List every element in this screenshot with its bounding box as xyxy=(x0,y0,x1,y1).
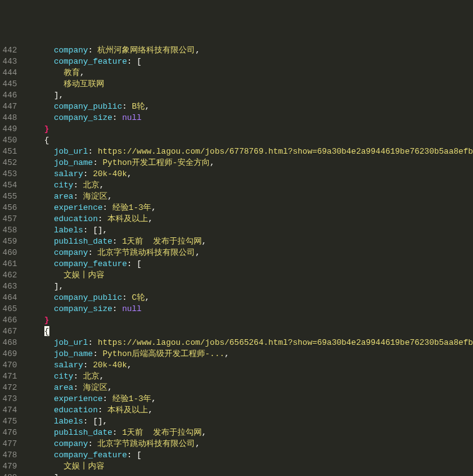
token-punct: : xyxy=(88,147,98,156)
code-line[interactable]: job_name: Python开发工程师-安全方向, xyxy=(24,157,473,169)
token-punct: : xyxy=(93,349,103,359)
token-punct: : xyxy=(88,439,98,449)
token-punct: : [], xyxy=(83,226,107,235)
code-line[interactable]: ], xyxy=(24,472,473,476)
token-str: 1天前 发布于拉勾网 xyxy=(122,428,201,437)
code-line[interactable]: } xyxy=(24,124,473,135)
token-punct: : xyxy=(97,214,107,224)
code-line[interactable]: area: 海淀区, xyxy=(24,191,473,202)
token-punct: : xyxy=(102,203,112,212)
token-key: labels xyxy=(54,417,83,426)
token-punct: : xyxy=(73,383,83,392)
code-line[interactable]: company: 北京字节跳动科技有限公司, xyxy=(24,247,473,259)
token-key: salary xyxy=(54,169,83,179)
line-number: 459 xyxy=(2,236,17,247)
token-punct: , xyxy=(99,181,104,190)
token-key: publish_date xyxy=(54,428,112,437)
token-brace-hot: } xyxy=(44,315,49,325)
token-punct: , xyxy=(127,169,132,179)
line-number: 463 xyxy=(2,281,17,292)
code-line[interactable]: company_feature: [ xyxy=(24,56,473,67)
code-line[interactable]: city: 北京, xyxy=(24,371,473,382)
token-key: company_public xyxy=(54,102,122,111)
code-line[interactable]: salary: 20k-40k, xyxy=(24,360,473,371)
token-key: company_size xyxy=(54,113,112,122)
code-line[interactable]: company_public: B轮, xyxy=(24,101,473,112)
token-str: 经验1-3年 xyxy=(112,394,151,404)
code-line[interactable]: { xyxy=(24,135,473,146)
code-line[interactable]: company_size: null xyxy=(24,304,473,315)
token-punct: ], xyxy=(54,282,64,291)
token-punct: , xyxy=(148,214,153,224)
token-punct: { xyxy=(44,136,49,145)
code-line[interactable]: labels: [], xyxy=(24,416,473,427)
code-line[interactable]: 文娱丨内容 xyxy=(24,461,473,472)
line-number: 452 xyxy=(2,157,17,169)
token-punct: , xyxy=(107,192,112,201)
line-number: 470 xyxy=(2,360,17,371)
code-line[interactable]: labels: [], xyxy=(24,225,473,236)
code-line[interactable]: city: 北京, xyxy=(24,180,473,191)
token-punct: : [], xyxy=(83,417,107,426)
token-key: job_name xyxy=(54,349,92,359)
token-null: null xyxy=(122,113,141,122)
line-number: 476 xyxy=(2,427,17,439)
code-line[interactable]: ], xyxy=(24,90,473,101)
code-line[interactable]: publish_date: 1天前 发布于拉勾网, xyxy=(24,236,473,247)
line-number: 474 xyxy=(2,405,17,416)
line-number: 450 xyxy=(2,135,17,146)
token-punct: : xyxy=(73,372,83,381)
code-line[interactable]: salary: 20k-40k, xyxy=(24,169,473,180)
token-key: company_feature xyxy=(54,450,127,460)
token-punct: : xyxy=(122,293,132,302)
token-punct: , xyxy=(224,349,229,359)
line-number: 464 xyxy=(2,292,17,304)
token-punct: : xyxy=(122,102,132,111)
code-line[interactable]: company_feature: [ xyxy=(24,450,473,461)
code-line[interactable]: company: 杭州河象网络科技有限公司, xyxy=(24,45,473,56)
code-line[interactable]: area: 海淀区, xyxy=(24,382,473,394)
code-line[interactable]: experience: 经验1-3年, xyxy=(24,394,473,405)
line-number: 458 xyxy=(2,225,17,236)
code-content[interactable]: company: 杭州河象网络科技有限公司, company_feature: … xyxy=(22,45,473,476)
token-key: experience xyxy=(54,394,102,404)
token-str: 北京字节跳动科技有限公司 xyxy=(97,248,195,257)
code-editor[interactable]: 4424434444454464474484494504514524534544… xyxy=(0,45,473,476)
token-punct: , xyxy=(99,372,104,381)
token-key: salary xyxy=(54,360,83,370)
code-line[interactable]: ], xyxy=(24,281,473,292)
code-line[interactable]: } xyxy=(24,315,473,326)
line-number: 446 xyxy=(2,90,17,101)
code-line[interactable]: { xyxy=(24,326,473,337)
code-line[interactable]: publish_date: 1天前 发布于拉勾网, xyxy=(24,427,473,439)
token-key: company xyxy=(54,248,88,257)
token-punct: , xyxy=(145,102,150,111)
code-line[interactable]: job_url: https://www.lagou.com/jobs/6565… xyxy=(24,337,473,349)
code-line[interactable]: job_name: Python后端高级开发工程师-..., xyxy=(24,349,473,360)
token-punct: : xyxy=(112,304,122,314)
code-line[interactable]: 移动互联网 xyxy=(24,79,473,90)
line-number: 468 xyxy=(2,337,17,349)
token-punct: : xyxy=(112,113,122,122)
line-number: 480 xyxy=(2,472,17,476)
code-line[interactable]: job_url: https://www.lagou.com/jobs/6778… xyxy=(24,146,473,157)
token-punct: : xyxy=(88,338,98,347)
code-line[interactable]: company_size: null xyxy=(24,112,473,124)
code-line[interactable]: company_feature: [ xyxy=(24,259,473,270)
token-str: 文娱丨内容 xyxy=(64,462,104,471)
code-line[interactable]: 文娱丨内容 xyxy=(24,270,473,281)
line-number: 473 xyxy=(2,394,17,405)
code-line[interactable]: education: 本科及以上, xyxy=(24,214,473,225)
token-str: 北京字节跳动科技有限公司 xyxy=(97,439,195,449)
token-punct: : xyxy=(83,169,93,179)
code-line[interactable]: education: 本科及以上, xyxy=(24,405,473,416)
line-number: 449 xyxy=(2,124,17,135)
token-str: 文娱丨内容 xyxy=(64,270,104,280)
line-number: 453 xyxy=(2,169,17,180)
code-line[interactable]: company_public: C轮, xyxy=(24,292,473,304)
code-line[interactable]: company: 北京字节跳动科技有限公司, xyxy=(24,439,473,450)
code-line[interactable]: 教育, xyxy=(24,67,473,79)
code-line[interactable]: experience: 经验1-3年, xyxy=(24,202,473,214)
line-number: 455 xyxy=(2,191,17,202)
token-key: company_public xyxy=(54,293,122,302)
